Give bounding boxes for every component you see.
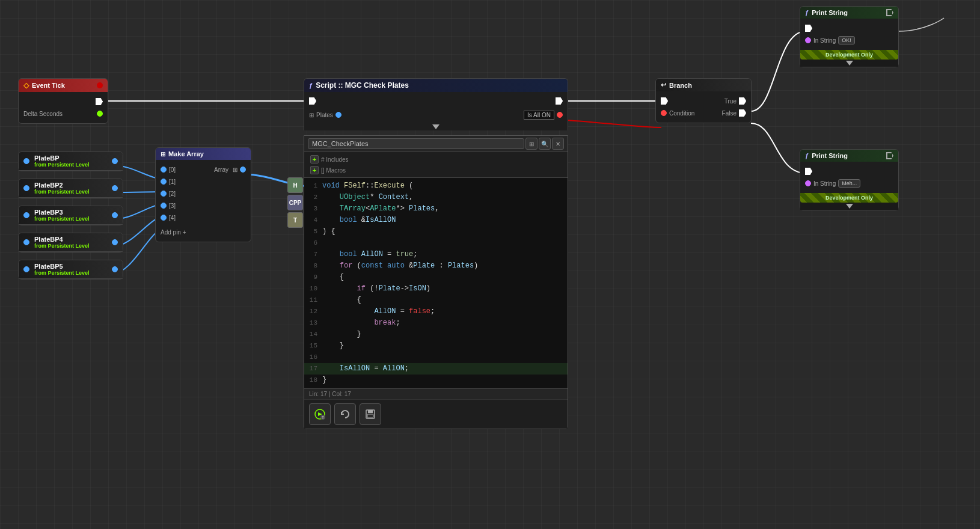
branch-header: ↩ Branch bbox=[656, 79, 751, 91]
plate1-label: PlateBP bbox=[34, 154, 90, 162]
svg-rect-3 bbox=[368, 410, 373, 413]
print-ok-dev-only: Development Only bbox=[800, 50, 898, 60]
make-array-title: Make Array bbox=[168, 150, 204, 157]
code-line-9: 9 { bbox=[304, 272, 568, 283]
code-line-6: 6 bbox=[304, 237, 568, 249]
script-node-header: ƒ Script :: MGC Check Plates bbox=[304, 79, 568, 92]
plate3-out-pin bbox=[112, 212, 118, 218]
compile-button[interactable] bbox=[309, 403, 331, 425]
plate1-sublabel: from Persistent Level bbox=[34, 162, 90, 168]
branch-node: ↩ Branch True Condition False bbox=[655, 78, 752, 123]
includes-label: # Includes bbox=[321, 156, 349, 163]
status-bar: Lin: 17 | Col: 17 bbox=[304, 388, 568, 399]
plate1-header: PlateBP from Persistent Level bbox=[19, 152, 123, 171]
script-plates-pin bbox=[335, 112, 341, 118]
cpp-button[interactable]: CPP bbox=[287, 195, 303, 210]
search-btn[interactable]: 🔍 bbox=[539, 138, 551, 150]
print-ok-header: ƒ Print String bbox=[800, 7, 898, 19]
save-button[interactable] bbox=[360, 403, 381, 425]
arr-in1-pin bbox=[161, 179, 167, 185]
plate3-node: PlateBP3 from Persistent Level bbox=[18, 206, 123, 225]
code-line-10: 10 if (!Plate->IsON) bbox=[304, 283, 568, 295]
print-meh-dev-only: Development Only bbox=[800, 193, 898, 203]
plate5-sublabel: from Persistent Level bbox=[34, 270, 90, 276]
branch-title: Branch bbox=[669, 82, 692, 89]
script-exec-in bbox=[309, 97, 316, 105]
plate2-out-pin bbox=[112, 185, 118, 191]
plate5-label: PlateBP5 bbox=[34, 263, 90, 270]
print-meh-dev-label: Development Only bbox=[825, 195, 873, 201]
code-editor: ⊞ 🔍 ✕ + # Includes + [] Macros 1 void FS… bbox=[304, 135, 568, 429]
code-line-13: 13 break; bbox=[304, 317, 568, 329]
print-ok-exec-out bbox=[886, 9, 893, 16]
is-all-on-pin bbox=[557, 112, 563, 118]
plate4-header: PlateBP4 from Persistent Level bbox=[19, 233, 123, 252]
includes-item[interactable]: + # Includes bbox=[308, 154, 564, 165]
includes-expand[interactable]: + bbox=[310, 155, 319, 164]
script-collapse-arrow[interactable] bbox=[304, 123, 568, 130]
print-meh-value: Meh... bbox=[838, 179, 860, 188]
bottom-toolbar bbox=[304, 399, 568, 429]
plate4-sublabel: from Persistent Level bbox=[34, 243, 90, 249]
code-line-2: 2 UObject* Context, bbox=[304, 192, 568, 203]
code-line-17: 17 IsAllON = AllON; bbox=[304, 363, 568, 375]
h-button[interactable]: H bbox=[287, 177, 303, 193]
print-ok-title: Print String bbox=[812, 9, 848, 16]
script-node: ƒ Script :: MGC Check Plates ⊞ Plates Is bbox=[304, 78, 568, 130]
plate4-label: PlateBP4 bbox=[34, 236, 90, 243]
print-ok-collapse[interactable] bbox=[800, 60, 898, 67]
code-line-16: 16 bbox=[304, 352, 568, 363]
print-ok-dev-label: Development Only bbox=[825, 52, 873, 58]
script-exec-out bbox=[556, 97, 563, 105]
plate5-node: PlateBP5 from Persistent Level bbox=[18, 260, 123, 280]
branch-true-pin bbox=[739, 97, 746, 105]
refresh-button[interactable] bbox=[334, 403, 356, 425]
code-line-3: 3 TArray<APlate*> Plates, bbox=[304, 203, 568, 215]
t-button[interactable]: T bbox=[287, 212, 303, 228]
status-text: Lin: 17 | Col: 17 bbox=[309, 391, 351, 397]
print-meh-collapse[interactable] bbox=[800, 203, 898, 210]
code-toolbar: ⊞ 🔍 ✕ bbox=[304, 136, 568, 152]
plate2-sublabel: from Persistent Level bbox=[34, 189, 90, 195]
script-title: Script :: MGC Check Plates bbox=[316, 81, 409, 90]
plate3-sublabel: from Persistent Level bbox=[34, 216, 90, 222]
print-ok-node: ƒ Print String In String OK! Development… bbox=[800, 6, 899, 67]
print-ok-string-pin bbox=[805, 37, 811, 43]
plate4-out-pin bbox=[112, 239, 118, 245]
add-pin-button[interactable]: Add pin + bbox=[161, 226, 246, 238]
macros-item[interactable]: + [] Macros bbox=[308, 165, 564, 176]
add-pin-label: Add pin + bbox=[161, 229, 186, 236]
grid-btn[interactable]: ⊞ bbox=[525, 138, 537, 150]
print-meh-header: ƒ Print String bbox=[800, 150, 898, 162]
delta-seconds-label: Delta Seconds bbox=[23, 111, 63, 117]
make-array-header: ⊞ Make Array bbox=[156, 148, 251, 160]
branch-false-label: False bbox=[722, 110, 737, 117]
code-line-12: 12 AllON = false; bbox=[304, 306, 568, 317]
exec-out-pin bbox=[96, 98, 103, 105]
arr-in2-pin bbox=[161, 191, 167, 197]
branch-exec-in bbox=[661, 97, 668, 105]
plate3-header: PlateBP3 from Persistent Level bbox=[19, 206, 123, 225]
plate5-header: PlateBP5 from Persistent Level bbox=[19, 260, 123, 279]
code-line-1: 1 void FSelf::Execute ( bbox=[304, 180, 568, 192]
code-line-14: 14 } bbox=[304, 329, 568, 340]
print-meh-title: Print String bbox=[812, 152, 848, 159]
macros-label: [] Macros bbox=[321, 167, 346, 174]
arr-out-pin bbox=[240, 167, 246, 173]
macros-expand[interactable]: + bbox=[310, 166, 319, 174]
code-line-7: 7 bool AllON = true; bbox=[304, 249, 568, 260]
close-btn[interactable]: ✕ bbox=[552, 138, 564, 150]
code-line-4: 4 bool &IsAllON bbox=[304, 215, 568, 226]
print-meh-string-pin bbox=[805, 180, 811, 186]
script-plates-label: Plates bbox=[316, 112, 333, 118]
plate2-header: PlateBP2 from Persistent Level bbox=[19, 179, 123, 198]
plate4-node: PlateBP4 from Persistent Level bbox=[18, 233, 123, 252]
code-line-15: 15 } bbox=[304, 340, 568, 352]
print-meh-exec-out bbox=[886, 152, 893, 159]
filename-input[interactable] bbox=[308, 138, 524, 149]
arr-in0-label: [0] bbox=[169, 167, 176, 173]
make-array-node: ⊞ Make Array [0] Array ⊞ [1] [2] bbox=[155, 147, 251, 242]
code-line-5: 5 ) { bbox=[304, 226, 568, 237]
code-area[interactable]: 1 void FSelf::Execute ( 2 UObject* Conte… bbox=[304, 178, 568, 388]
print-ok-exec-in bbox=[805, 25, 812, 32]
